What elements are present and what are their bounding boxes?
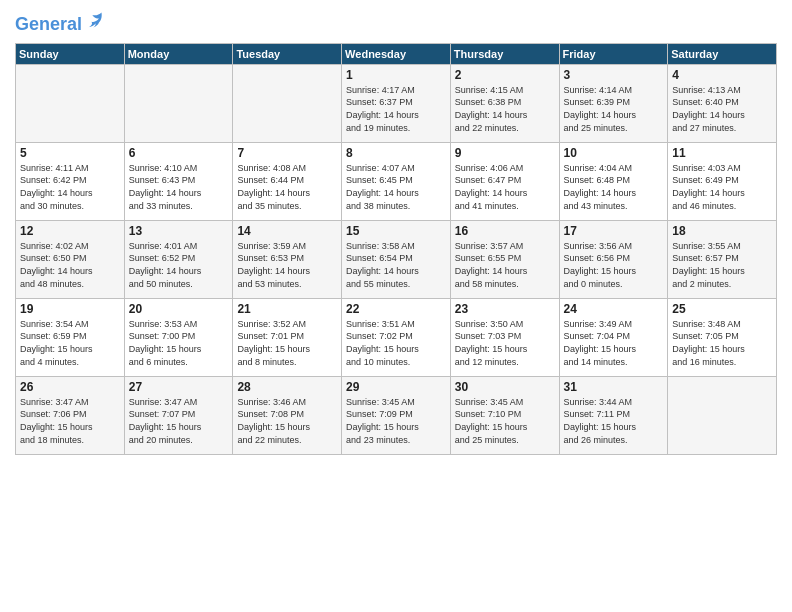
- header-cell-friday: Friday: [559, 43, 668, 64]
- day-content: Sunrise: 4:06 AM Sunset: 6:47 PM Dayligh…: [455, 162, 555, 212]
- day-content: Sunrise: 3:47 AM Sunset: 7:06 PM Dayligh…: [20, 396, 120, 446]
- day-content: Sunrise: 4:02 AM Sunset: 6:50 PM Dayligh…: [20, 240, 120, 290]
- calendar-page: General SundayMondayTuesdayWednesdayThur…: [0, 0, 792, 612]
- week-row-2: 5Sunrise: 4:11 AM Sunset: 6:42 PM Daylig…: [16, 142, 777, 220]
- day-content: Sunrise: 4:01 AM Sunset: 6:52 PM Dayligh…: [129, 240, 229, 290]
- header: General: [15, 10, 777, 35]
- day-content: Sunrise: 3:55 AM Sunset: 6:57 PM Dayligh…: [672, 240, 772, 290]
- day-content: Sunrise: 3:51 AM Sunset: 7:02 PM Dayligh…: [346, 318, 446, 368]
- day-number: 15: [346, 224, 446, 238]
- day-content: Sunrise: 3:45 AM Sunset: 7:09 PM Dayligh…: [346, 396, 446, 446]
- day-content: Sunrise: 3:48 AM Sunset: 7:05 PM Dayligh…: [672, 318, 772, 368]
- day-number: 26: [20, 380, 120, 394]
- day-cell: 20Sunrise: 3:53 AM Sunset: 7:00 PM Dayli…: [124, 298, 233, 376]
- day-cell: [124, 64, 233, 142]
- day-number: 24: [564, 302, 664, 316]
- day-number: 10: [564, 146, 664, 160]
- day-cell: 21Sunrise: 3:52 AM Sunset: 7:01 PM Dayli…: [233, 298, 342, 376]
- day-cell: 29Sunrise: 3:45 AM Sunset: 7:09 PM Dayli…: [342, 376, 451, 454]
- day-number: 17: [564, 224, 664, 238]
- day-cell: 28Sunrise: 3:46 AM Sunset: 7:08 PM Dayli…: [233, 376, 342, 454]
- header-cell-sunday: Sunday: [16, 43, 125, 64]
- day-number: 23: [455, 302, 555, 316]
- day-number: 16: [455, 224, 555, 238]
- day-cell: 19Sunrise: 3:54 AM Sunset: 6:59 PM Dayli…: [16, 298, 125, 376]
- day-number: 19: [20, 302, 120, 316]
- day-number: 9: [455, 146, 555, 160]
- day-content: Sunrise: 4:04 AM Sunset: 6:48 PM Dayligh…: [564, 162, 664, 212]
- day-number: 12: [20, 224, 120, 238]
- day-cell: 25Sunrise: 3:48 AM Sunset: 7:05 PM Dayli…: [668, 298, 777, 376]
- day-cell: 3Sunrise: 4:14 AM Sunset: 6:39 PM Daylig…: [559, 64, 668, 142]
- day-number: 8: [346, 146, 446, 160]
- day-cell: 4Sunrise: 4:13 AM Sunset: 6:40 PM Daylig…: [668, 64, 777, 142]
- day-number: 6: [129, 146, 229, 160]
- day-content: Sunrise: 4:14 AM Sunset: 6:39 PM Dayligh…: [564, 84, 664, 134]
- day-content: Sunrise: 4:03 AM Sunset: 6:49 PM Dayligh…: [672, 162, 772, 212]
- day-number: 22: [346, 302, 446, 316]
- day-cell: 15Sunrise: 3:58 AM Sunset: 6:54 PM Dayli…: [342, 220, 451, 298]
- day-cell: 17Sunrise: 3:56 AM Sunset: 6:56 PM Dayli…: [559, 220, 668, 298]
- logo: General: [15, 10, 104, 35]
- day-content: Sunrise: 3:56 AM Sunset: 6:56 PM Dayligh…: [564, 240, 664, 290]
- day-cell: 1Sunrise: 4:17 AM Sunset: 6:37 PM Daylig…: [342, 64, 451, 142]
- header-cell-saturday: Saturday: [668, 43, 777, 64]
- day-number: 14: [237, 224, 337, 238]
- day-number: 3: [564, 68, 664, 82]
- day-cell: 31Sunrise: 3:44 AM Sunset: 7:11 PM Dayli…: [559, 376, 668, 454]
- day-number: 21: [237, 302, 337, 316]
- day-cell: 10Sunrise: 4:04 AM Sunset: 6:48 PM Dayli…: [559, 142, 668, 220]
- day-number: 30: [455, 380, 555, 394]
- day-content: Sunrise: 4:07 AM Sunset: 6:45 PM Dayligh…: [346, 162, 446, 212]
- day-number: 25: [672, 302, 772, 316]
- day-cell: 13Sunrise: 4:01 AM Sunset: 6:52 PM Dayli…: [124, 220, 233, 298]
- header-cell-monday: Monday: [124, 43, 233, 64]
- day-number: 1: [346, 68, 446, 82]
- day-content: Sunrise: 4:10 AM Sunset: 6:43 PM Dayligh…: [129, 162, 229, 212]
- day-cell: 2Sunrise: 4:15 AM Sunset: 6:38 PM Daylig…: [450, 64, 559, 142]
- calendar-table: SundayMondayTuesdayWednesdayThursdayFrid…: [15, 43, 777, 455]
- day-cell: 16Sunrise: 3:57 AM Sunset: 6:55 PM Dayli…: [450, 220, 559, 298]
- logo-bird-icon: [84, 10, 104, 30]
- day-content: Sunrise: 4:08 AM Sunset: 6:44 PM Dayligh…: [237, 162, 337, 212]
- day-number: 13: [129, 224, 229, 238]
- day-content: Sunrise: 3:54 AM Sunset: 6:59 PM Dayligh…: [20, 318, 120, 368]
- logo-general: General: [15, 14, 82, 34]
- day-number: 31: [564, 380, 664, 394]
- day-cell: 14Sunrise: 3:59 AM Sunset: 6:53 PM Dayli…: [233, 220, 342, 298]
- header-cell-tuesday: Tuesday: [233, 43, 342, 64]
- day-cell: 27Sunrise: 3:47 AM Sunset: 7:07 PM Dayli…: [124, 376, 233, 454]
- day-content: Sunrise: 3:44 AM Sunset: 7:11 PM Dayligh…: [564, 396, 664, 446]
- week-row-1: 1Sunrise: 4:17 AM Sunset: 6:37 PM Daylig…: [16, 64, 777, 142]
- header-cell-wednesday: Wednesday: [342, 43, 451, 64]
- day-content: Sunrise: 3:49 AM Sunset: 7:04 PM Dayligh…: [564, 318, 664, 368]
- day-cell: [233, 64, 342, 142]
- header-row: SundayMondayTuesdayWednesdayThursdayFrid…: [16, 43, 777, 64]
- week-row-4: 19Sunrise: 3:54 AM Sunset: 6:59 PM Dayli…: [16, 298, 777, 376]
- day-number: 7: [237, 146, 337, 160]
- day-cell: 5Sunrise: 4:11 AM Sunset: 6:42 PM Daylig…: [16, 142, 125, 220]
- day-cell: 9Sunrise: 4:06 AM Sunset: 6:47 PM Daylig…: [450, 142, 559, 220]
- day-cell: 11Sunrise: 4:03 AM Sunset: 6:49 PM Dayli…: [668, 142, 777, 220]
- day-cell: 6Sunrise: 4:10 AM Sunset: 6:43 PM Daylig…: [124, 142, 233, 220]
- week-row-5: 26Sunrise: 3:47 AM Sunset: 7:06 PM Dayli…: [16, 376, 777, 454]
- day-number: 2: [455, 68, 555, 82]
- day-content: Sunrise: 3:45 AM Sunset: 7:10 PM Dayligh…: [455, 396, 555, 446]
- day-cell: 30Sunrise: 3:45 AM Sunset: 7:10 PM Dayli…: [450, 376, 559, 454]
- day-number: 4: [672, 68, 772, 82]
- day-number: 28: [237, 380, 337, 394]
- day-content: Sunrise: 3:53 AM Sunset: 7:00 PM Dayligh…: [129, 318, 229, 368]
- day-number: 27: [129, 380, 229, 394]
- day-content: Sunrise: 4:17 AM Sunset: 6:37 PM Dayligh…: [346, 84, 446, 134]
- day-cell: 18Sunrise: 3:55 AM Sunset: 6:57 PM Dayli…: [668, 220, 777, 298]
- header-cell-thursday: Thursday: [450, 43, 559, 64]
- day-content: Sunrise: 3:52 AM Sunset: 7:01 PM Dayligh…: [237, 318, 337, 368]
- day-number: 11: [672, 146, 772, 160]
- day-number: 18: [672, 224, 772, 238]
- day-content: Sunrise: 3:57 AM Sunset: 6:55 PM Dayligh…: [455, 240, 555, 290]
- day-cell: 8Sunrise: 4:07 AM Sunset: 6:45 PM Daylig…: [342, 142, 451, 220]
- logo-text: General: [15, 10, 104, 35]
- day-cell: 7Sunrise: 4:08 AM Sunset: 6:44 PM Daylig…: [233, 142, 342, 220]
- day-cell: 22Sunrise: 3:51 AM Sunset: 7:02 PM Dayli…: [342, 298, 451, 376]
- day-cell: 26Sunrise: 3:47 AM Sunset: 7:06 PM Dayli…: [16, 376, 125, 454]
